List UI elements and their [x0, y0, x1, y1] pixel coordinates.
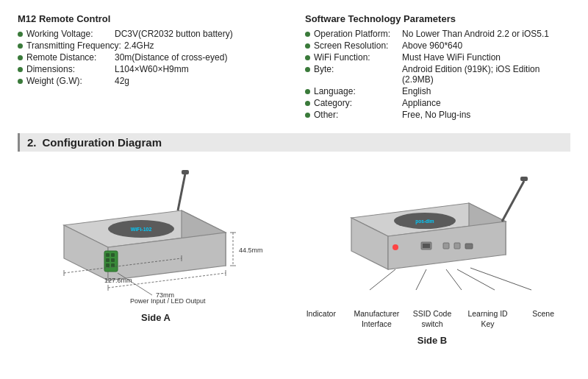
- param-value: DC3V(CR2032 button battery): [115, 29, 283, 39]
- svg-rect-39: [423, 244, 430, 248]
- callout-indicator: Indicator: [294, 309, 348, 329]
- callout-ssid: SSID Codeswitch: [405, 309, 459, 329]
- left-param-row: Dimensions: L104×W60×H9mm: [18, 64, 283, 74]
- right-param-row: WiFi Function: Must Have WiFi Function: [305, 52, 570, 63]
- bullet-dot: [18, 79, 23, 84]
- param-label: WiFi Function:: [314, 52, 402, 63]
- side-b-svg: pos-dim: [307, 159, 557, 306]
- svg-text:44.5mm: 44.5mm: [239, 247, 263, 254]
- right-title: Software Technology Parameters: [305, 13, 570, 24]
- diagrams-area: WiFi-102 44.5mm: [18, 159, 570, 346]
- svg-line-43: [370, 269, 395, 290]
- svg-line-47: [470, 268, 531, 290]
- bullet-dot: [18, 43, 23, 49]
- svg-rect-14: [111, 263, 115, 267]
- right-param-row: Language: English: [305, 86, 570, 96]
- param-value: Above 960*640: [402, 40, 570, 51]
- left-param-row: Transmitting Frequency: 2.4GHz: [18, 40, 283, 51]
- param-value: 30m(Distance of cross-eyed): [115, 52, 283, 63]
- bullet-dot: [305, 89, 310, 94]
- side-b-label: Side B: [417, 335, 447, 346]
- bullet-dot: [305, 67, 310, 72]
- param-label: Remote Distance:: [26, 52, 115, 63]
- svg-text:127.6mm: 127.6mm: [104, 277, 132, 284]
- svg-rect-42: [465, 244, 473, 249]
- side-a-svg: WiFi-102 44.5mm: [35, 159, 277, 306]
- specs-section: M12 Remote Control Working Voltage: DC3V…: [18, 13, 570, 121]
- param-label: Byte:: [314, 64, 402, 74]
- callout-manufacturer: ManufacturerInterface: [350, 309, 404, 329]
- svg-rect-41: [454, 243, 460, 249]
- svg-point-37: [392, 244, 398, 250]
- side-b-diagram: pos-dim: [294, 159, 570, 346]
- param-label: Weight (G.W):: [26, 76, 115, 86]
- svg-line-46: [457, 269, 495, 290]
- right-param-row: Category: Appliance: [305, 98, 570, 108]
- svg-rect-11: [106, 263, 110, 267]
- bullet-dot: [305, 113, 310, 118]
- param-value: Free, No Plug-ins: [402, 110, 570, 120]
- bullet-dot: [18, 32, 23, 37]
- bullet-dot: [305, 32, 310, 37]
- bullet-dot: [305, 101, 310, 106]
- side-a-label: Side A: [141, 312, 171, 323]
- right-spec-col: Software Technology Parameters Operation…: [305, 13, 570, 121]
- svg-rect-9: [106, 253, 110, 257]
- bullet-dot: [305, 43, 310, 49]
- param-label: Transmitting Frequency:: [26, 40, 124, 51]
- bullet-dot: [305, 55, 310, 60]
- right-param-row: Byte: Android Edition (919K); iOS Editio…: [305, 64, 570, 85]
- svg-rect-5: [182, 170, 189, 174]
- right-param-row: Other: Free, No Plug-ins: [305, 110, 570, 120]
- param-label: Category:: [314, 98, 402, 108]
- svg-line-33: [502, 181, 524, 222]
- param-label: Dimensions:: [26, 64, 115, 74]
- param-value: 42g: [115, 76, 283, 86]
- param-value: Must Have WiFi Function: [402, 52, 570, 63]
- left-title: M12 Remote Control: [18, 13, 283, 24]
- callout-learning: Learning IDKey: [461, 309, 515, 329]
- bullet-dot: [18, 67, 23, 72]
- svg-text:pos-dim: pos-dim: [415, 219, 434, 224]
- left-param-row: Weight (G.W): 42g: [18, 76, 283, 86]
- left-param-row: Working Voltage: DC3V(CR2032 button batt…: [18, 29, 283, 39]
- param-value: 2.4GHz: [124, 40, 283, 51]
- side-a-svg-wrap: WiFi-102 44.5mm: [18, 159, 294, 306]
- bullet-dot: [18, 55, 23, 60]
- svg-line-4: [178, 174, 185, 210]
- side-b-svg-wrap: pos-dim: [294, 159, 570, 306]
- param-label: Language:: [314, 86, 402, 96]
- param-label: Other:: [314, 110, 402, 120]
- left-params: Working Voltage: DC3V(CR2032 button batt…: [18, 29, 283, 86]
- side-a-diagram: WiFi-102 44.5mm: [18, 159, 294, 346]
- svg-text:WiFi-102: WiFi-102: [131, 227, 152, 232]
- svg-line-45: [446, 269, 462, 290]
- param-value: English: [402, 86, 570, 96]
- svg-rect-13: [111, 258, 115, 262]
- right-params: Operation Platform: No Lower Than Androi…: [305, 29, 570, 120]
- config-number: 2.: [27, 136, 37, 149]
- param-value: No Lower Than Android 2.2 or iOS5.1: [402, 29, 570, 39]
- left-param-row: Remote Distance: 30m(Distance of cross-e…: [18, 52, 283, 63]
- config-section: 2. Configuration Diagram: [18, 133, 570, 346]
- svg-line-44: [416, 269, 426, 290]
- side-b-callouts: Indicator ManufacturerInterface SSID Cod…: [294, 309, 570, 329]
- param-label: Working Voltage:: [26, 29, 115, 39]
- config-title: Configuration Diagram: [43, 136, 162, 149]
- param-label: Operation Platform:: [314, 29, 402, 39]
- svg-rect-12: [111, 253, 115, 257]
- config-header: 2. Configuration Diagram: [18, 133, 570, 152]
- svg-rect-34: [520, 177, 528, 181]
- svg-rect-10: [106, 258, 110, 262]
- left-spec-col: M12 Remote Control Working Voltage: DC3V…: [18, 13, 283, 121]
- param-value: Android Edition (919K); iOS Edition (2.9…: [402, 64, 570, 85]
- param-value: L104×W60×H9mm: [115, 64, 283, 74]
- right-param-row: Operation Platform: No Lower Than Androi…: [305, 29, 570, 39]
- svg-rect-40: [443, 243, 449, 249]
- param-label: Screen Resolution:: [314, 40, 402, 51]
- svg-text:Power Input / LED Output: Power Input / LED Output: [130, 297, 206, 305]
- callout-scene: Scene: [516, 309, 570, 329]
- right-param-row: Screen Resolution: Above 960*640: [305, 40, 570, 51]
- param-value: Appliance: [402, 98, 570, 108]
